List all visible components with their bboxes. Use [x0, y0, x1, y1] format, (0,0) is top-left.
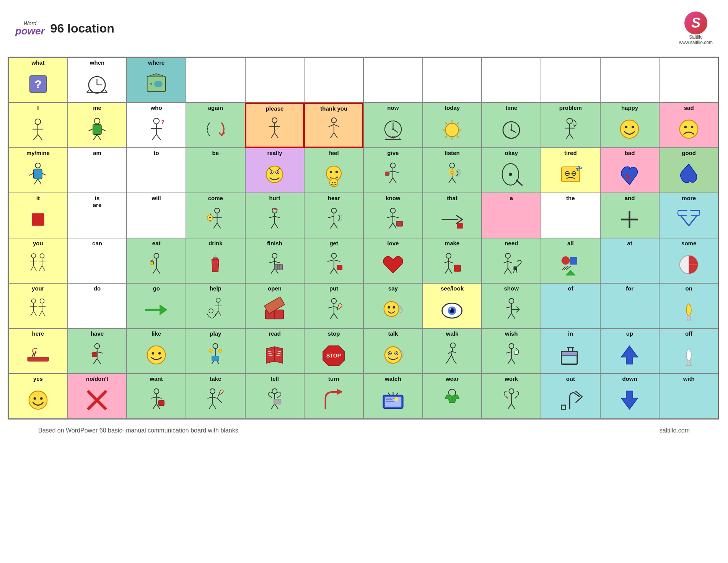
cell-wear[interactable]: wear: [423, 374, 482, 419]
cell-give[interactable]: give: [363, 148, 423, 193]
cell-have[interactable]: have: [68, 328, 127, 374]
cell-come[interactable]: come: [186, 193, 245, 238]
cell-show[interactable]: show: [482, 283, 541, 328]
cell-want[interactable]: want: [127, 374, 186, 419]
cell-walk[interactable]: walk: [423, 328, 482, 374]
cell-feel[interactable]: feel: [304, 148, 363, 193]
cell-off[interactable]: off: [659, 328, 718, 374]
cell-take[interactable]: take: [186, 374, 245, 419]
cell-up[interactable]: up: [600, 328, 660, 374]
cell-need[interactable]: need: [482, 238, 541, 283]
cell-love[interactable]: love: [363, 238, 423, 283]
cell-nodont[interactable]: no/don't: [68, 374, 127, 419]
cell-know[interactable]: know: [363, 193, 423, 238]
cell-when[interactable]: when: [68, 57, 127, 103]
cell-isare[interactable]: isare: [68, 193, 127, 238]
cell-of[interactable]: of: [541, 283, 600, 328]
page-footer: Based on WordPower 60 basic- manual comm…: [8, 427, 720, 434]
cell-time[interactable]: time: [482, 103, 541, 148]
cell-listen[interactable]: listen 😊: [423, 148, 482, 193]
cell-a[interactable]: a: [482, 193, 541, 238]
cell-for[interactable]: for: [600, 283, 660, 328]
cell-yes[interactable]: yes: [8, 374, 68, 419]
cell-empty-3: [304, 57, 363, 103]
cell-am[interactable]: am: [68, 148, 127, 193]
cell-in[interactable]: in: [541, 328, 600, 374]
icon-help: [187, 293, 244, 327]
cell-like[interactable]: like: [127, 328, 186, 374]
svg-point-62: [567, 118, 573, 124]
cell-okay[interactable]: okay: [482, 148, 541, 193]
cell-out[interactable]: out: [541, 374, 600, 419]
cell-put[interactable]: put: [304, 283, 363, 328]
cell-drink[interactable]: drink: [186, 238, 245, 283]
cell-make[interactable]: make: [423, 238, 482, 283]
cell-today[interactable]: today: [423, 103, 482, 148]
cell-can[interactable]: can: [68, 238, 127, 283]
cell-down[interactable]: down: [600, 374, 660, 419]
cell-mymine[interactable]: my/mine: [8, 148, 68, 193]
cell-help[interactable]: help: [186, 283, 245, 328]
cell-that[interactable]: that: [423, 193, 482, 238]
cell-will[interactable]: will: [127, 193, 186, 238]
cell-on[interactable]: on: [659, 283, 718, 328]
cell-where[interactable]: where ?: [127, 57, 186, 103]
label-now: now: [387, 104, 399, 111]
cell-sad[interactable]: sad: [659, 103, 718, 148]
cell-open[interactable]: open: [245, 283, 305, 328]
cell-be[interactable]: be: [186, 148, 245, 193]
cell-thankyou[interactable]: thank you: [304, 103, 363, 148]
svg-line-96: [393, 171, 399, 173]
cell-turn[interactable]: turn: [304, 374, 363, 419]
icon-what: ?: [10, 67, 66, 101]
cell-and[interactable]: and: [600, 193, 660, 238]
cell-wish[interactable]: wish 💭: [482, 328, 541, 374]
cell-who[interactable]: who ?: [127, 103, 186, 148]
cell-it[interactable]: it: [8, 193, 68, 238]
cell-what[interactable]: what ?: [8, 57, 68, 103]
cell-here[interactable]: here: [8, 328, 68, 374]
cell-read[interactable]: read: [245, 328, 305, 374]
cell-you[interactable]: you: [8, 238, 68, 283]
svg-point-70: [632, 126, 634, 129]
cell-finish[interactable]: finish: [245, 238, 305, 283]
cell-problem[interactable]: problem ?: [541, 103, 600, 148]
cell-hurt[interactable]: hurt ≈≈: [245, 193, 305, 238]
cell-work[interactable]: work: [482, 374, 541, 419]
cell-say[interactable]: say: [363, 283, 423, 328]
cell-eat[interactable]: eat: [127, 238, 186, 283]
cell-good[interactable]: good: [659, 148, 718, 193]
label-up: up: [626, 330, 633, 337]
cell-now[interactable]: now now: [363, 103, 423, 148]
label-you: you: [33, 240, 43, 247]
svg-point-16: [94, 118, 100, 124]
cell-talk[interactable]: talk: [363, 328, 423, 374]
cell-with[interactable]: with: [659, 374, 718, 419]
cell-seelook[interactable]: see/look: [423, 283, 482, 328]
cell-watch[interactable]: watch: [363, 374, 423, 419]
cell-tired[interactable]: tired 💤: [541, 148, 600, 193]
cell-the[interactable]: the: [541, 193, 600, 238]
cell-get[interactable]: get: [304, 238, 363, 283]
cell-do[interactable]: do: [68, 283, 127, 328]
cell-some[interactable]: some: [659, 238, 718, 283]
cell-hear[interactable]: hear: [304, 193, 363, 238]
cell-all[interactable]: all: [541, 238, 600, 283]
cell-bad[interactable]: bad: [600, 148, 660, 193]
cell-more[interactable]: more: [659, 193, 718, 238]
cell-to[interactable]: to: [127, 148, 186, 193]
cell-i[interactable]: I: [8, 103, 68, 148]
label-here: here: [32, 330, 44, 337]
cell-go[interactable]: go: [127, 283, 186, 328]
cell-at[interactable]: at: [600, 238, 660, 283]
cell-your[interactable]: your: [8, 283, 68, 328]
cell-happy[interactable]: happy: [600, 103, 660, 148]
cell-play[interactable]: play: [186, 328, 245, 374]
svg-line-101: [452, 178, 456, 183]
cell-really[interactable]: really: [245, 148, 305, 193]
cell-please[interactable]: please: [245, 103, 305, 148]
cell-tell[interactable]: tell: [245, 374, 305, 419]
cell-stop[interactable]: stop STOP: [304, 328, 363, 374]
cell-again[interactable]: again: [186, 103, 245, 148]
cell-me[interactable]: me: [68, 103, 127, 148]
